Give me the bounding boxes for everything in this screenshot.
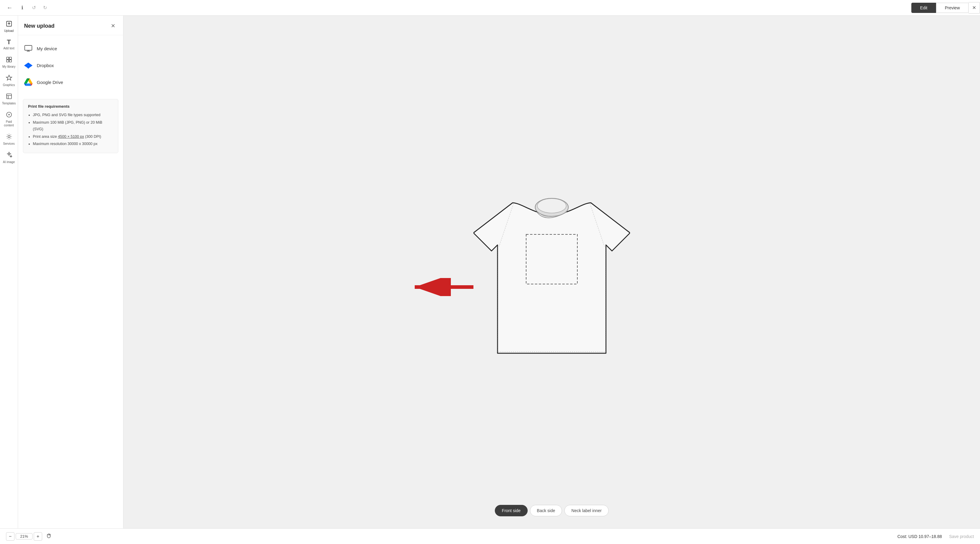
zoom-value[interactable]: 21% (16, 533, 32, 539)
templates-icon (6, 93, 12, 100)
cost-text: Cost: USD 10.97–18.88 (897, 534, 942, 539)
sidebar-item-my-library[interactable]: My library (1, 54, 18, 71)
undo-button[interactable]: ↺ (30, 3, 38, 12)
sidebar-item-ai-image-label: AI image (3, 160, 15, 164)
red-arrow-annotation (410, 278, 476, 297)
google-drive-option[interactable]: Google Drive (18, 74, 123, 90)
requirements-title: Print file requirements (28, 104, 113, 109)
topbar-left: ← ℹ ↺ ↻ (5, 2, 49, 13)
sidebar: Upload T Add text My library (0, 16, 18, 528)
svg-rect-2 (9, 57, 11, 59)
upload-options: My device Dropbox (18, 35, 123, 95)
svg-rect-5 (6, 94, 11, 99)
dropbox-label: Dropbox (37, 63, 54, 68)
req-item-4: Maximum resolution 30000 x 30000 px (33, 141, 113, 147)
sidebar-item-ai-image[interactable]: AI image (1, 149, 18, 167)
redo-button[interactable]: ↻ (41, 3, 49, 12)
close-top-button[interactable]: ✕ (969, 2, 980, 14)
sidebar-item-services-label: Services (3, 142, 14, 146)
side-tabs: Front side Back side Neck label inner (495, 505, 608, 516)
zoom-out-button[interactable]: − (6, 532, 14, 541)
sidebar-item-services[interactable]: Services (1, 131, 18, 148)
neck-label-tab[interactable]: Neck label inner (565, 505, 608, 516)
info-button[interactable]: ℹ (18, 3, 27, 12)
my-device-label: My device (37, 46, 57, 51)
svg-rect-3 (6, 60, 8, 62)
sidebar-item-graphics[interactable]: Graphics (1, 72, 18, 89)
upload-panel: New upload ✕ My device (18, 16, 124, 528)
requirements-list: JPG, PNG and SVG file types supported Ma… (28, 112, 113, 147)
sidebar-item-paid-content[interactable]: Paid content (1, 109, 18, 130)
zoom-in-button[interactable]: + (34, 532, 42, 541)
svg-point-11 (537, 198, 566, 213)
back-button[interactable]: ← (5, 2, 14, 13)
svg-point-7 (8, 135, 10, 138)
bottombar: − 21% + Cost: USD 10.97–18.88 Save produ… (0, 528, 980, 544)
save-product-button[interactable]: Save product (949, 534, 974, 539)
panel-header: New upload ✕ (18, 16, 123, 35)
hand-tool-button[interactable] (46, 533, 52, 540)
front-side-tab[interactable]: Front side (495, 505, 527, 516)
text-icon: T (7, 39, 11, 46)
panel-close-button[interactable]: ✕ (109, 22, 117, 30)
sidebar-item-graphics-label: Graphics (3, 83, 15, 87)
panel-title: New upload (24, 23, 54, 29)
req-item-1: JPG, PNG and SVG file types supported (33, 112, 113, 119)
sidebar-item-paid-content-label: Paid content (2, 120, 16, 127)
topbar-right: Edit Preview ✕ (912, 0, 980, 15)
sidebar-item-upload[interactable]: Upload (1, 18, 18, 35)
main-layout: Upload T Add text My library (0, 16, 980, 528)
svg-rect-8 (25, 46, 32, 50)
sidebar-item-upload-label: Upload (4, 29, 14, 33)
sidebar-item-add-text-label: Add text (3, 47, 14, 50)
zoom-controls: − 21% + (6, 532, 52, 541)
dropbox-option[interactable]: Dropbox (18, 57, 123, 74)
ai-image-icon (6, 152, 12, 159)
paid-content-icon (6, 111, 12, 119)
library-icon (6, 56, 12, 64)
svg-rect-1 (6, 57, 8, 59)
req-item-2: Maximum 100 MiB (JPG, PNG) or 20 MiB (SV… (33, 119, 113, 133)
sidebar-item-add-text[interactable]: T Add text (1, 36, 18, 53)
requirements-box: Print file requirements JPG, PNG and SVG… (23, 99, 118, 153)
graphics-icon (6, 75, 12, 82)
topbar: ← ℹ ↺ ↻ Edit Preview ✕ (0, 0, 980, 16)
svg-point-9 (28, 68, 29, 68)
sidebar-item-templates[interactable]: Templates (1, 90, 18, 108)
services-icon (6, 133, 12, 141)
my-device-icon (24, 44, 32, 53)
dropbox-icon (24, 61, 32, 70)
sidebar-item-templates-label: Templates (2, 102, 16, 105)
canvas-area: Front side Back side Neck label inner (124, 16, 980, 528)
my-device-option[interactable]: My device (18, 40, 123, 57)
back-side-tab[interactable]: Back side (530, 505, 562, 516)
sidebar-item-library-label: My library (2, 65, 15, 68)
preview-button[interactable]: Preview (936, 3, 969, 13)
req-item-3: Print area size 4500 × 5100 px (300 DPI) (33, 133, 113, 140)
edit-button[interactable]: Edit (912, 3, 936, 13)
google-drive-icon (24, 78, 32, 86)
svg-rect-4 (9, 60, 11, 62)
google-drive-label: Google Drive (37, 80, 63, 85)
tshirt-container (473, 179, 630, 365)
upload-icon (6, 21, 12, 28)
